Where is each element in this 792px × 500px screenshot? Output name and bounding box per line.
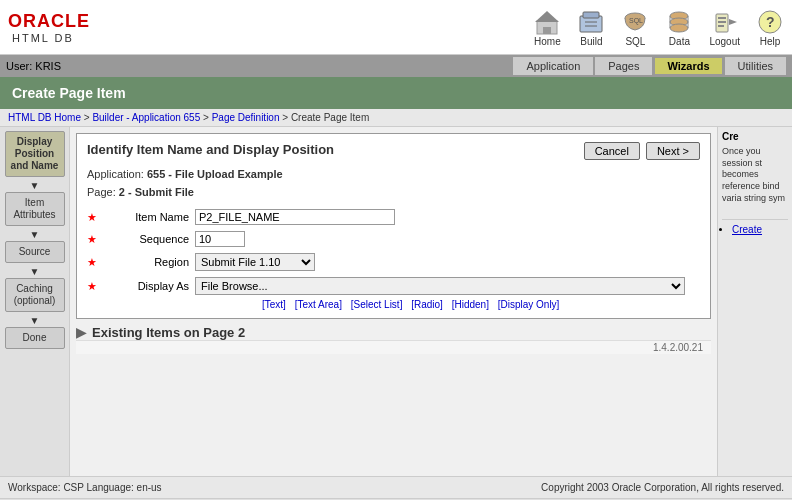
tab-utilities[interactable]: Utilities <box>725 57 786 75</box>
sidebar-arrow-2: ▼ <box>5 229 65 240</box>
display-as-container: ★ Display As File Browse... Text Text Ar… <box>87 277 700 310</box>
link-radio[interactable]: [Radio] <box>411 299 443 310</box>
sidebar-item-source[interactable]: Source <box>5 241 65 263</box>
cancel-button[interactable]: Cancel <box>584 142 640 160</box>
page-title-bar: Create Page Item <box>0 77 792 109</box>
region-required: ★ <box>87 256 97 269</box>
home-icon <box>533 8 561 36</box>
item-name-row: ★ Item Name <box>87 209 700 225</box>
version-text: 1.4.2.00.21 <box>653 342 703 353</box>
breadcrumb-page-def[interactable]: Page Definition <box>212 112 280 123</box>
display-as-row: ★ Display As File Browse... Text Text Ar… <box>87 277 700 295</box>
svg-rect-17 <box>718 25 724 27</box>
data-nav[interactable]: Data <box>665 8 693 47</box>
sidebar-arrow-3: ▼ <box>5 266 65 277</box>
sequence-required: ★ <box>87 233 97 246</box>
button-row: Identify Item Name and Display Position … <box>87 142 700 160</box>
right-panel-help: Once you session st becomes reference bi… <box>722 146 788 204</box>
svg-text:SQL: SQL <box>629 17 643 25</box>
help-label: Help <box>760 36 781 47</box>
breadcrumb-builder[interactable]: Builder - Application 655 <box>92 112 200 123</box>
help-icon: ? <box>756 8 784 36</box>
application-value: 655 - File Upload Example <box>147 168 283 180</box>
svg-point-11 <box>670 24 688 32</box>
data-icon <box>665 8 693 36</box>
display-as-select[interactable]: File Browse... Text Text Area Select Lis… <box>195 277 685 295</box>
htmldb-logo-text: HTML DB <box>12 32 74 44</box>
svg-rect-16 <box>718 21 726 23</box>
logout-label: Logout <box>709 36 740 47</box>
page-label-text: Page: <box>87 186 116 198</box>
item-name-label: Item Name <box>99 211 189 223</box>
sidebar-item-display-position[interactable]: Display Position and Name <box>5 131 65 177</box>
page-title: Create Page Item <box>12 85 126 101</box>
create-link[interactable]: Create <box>732 224 762 235</box>
footer-copyright: Copyright 2003 Oracle Corporation, All r… <box>541 482 784 493</box>
link-displayonly[interactable]: [Display Only] <box>498 299 560 310</box>
build-nav[interactable]: Build <box>577 8 605 47</box>
home-label: Home <box>534 36 561 47</box>
region-select[interactable]: Submit File 1.10 <box>195 253 315 271</box>
svg-text:?: ? <box>766 14 775 30</box>
application-label: Application: <box>87 168 144 180</box>
form-box: Identify Item Name and Display Position … <box>76 133 711 319</box>
tab-pages[interactable]: Pages <box>595 57 652 75</box>
sidebar: Display Position and Name ▼ Item Attribu… <box>0 127 70 476</box>
build-label: Build <box>580 36 602 47</box>
sidebar-item-attributes[interactable]: Item Attributes <box>5 192 65 226</box>
sql-icon: SQL <box>621 8 649 36</box>
logo: ORACLE HTML DB <box>8 11 90 44</box>
tab-bar: Application Pages Wizards Utilities <box>513 57 786 75</box>
build-icon <box>577 8 605 36</box>
nav-icons: Home Build SQL SQL Data Logout <box>533 8 784 47</box>
sidebar-arrow-1: ▼ <box>5 180 65 191</box>
sequence-input[interactable] <box>195 231 245 247</box>
help-nav[interactable]: ? Help <box>756 8 784 47</box>
link-textarea[interactable]: [Text Area] <box>295 299 342 310</box>
svg-marker-18 <box>729 19 737 25</box>
form-title: Identify Item Name and Display Position <box>87 142 578 160</box>
breadcrumb-home[interactable]: HTML DB Home <box>8 112 81 123</box>
existing-items-label: Existing Items on Page 2 <box>92 325 245 340</box>
tab-wizards[interactable]: Wizards <box>654 57 722 75</box>
region-row: ★ Region Submit File 1.10 <box>87 253 700 271</box>
right-panel: Cre Once you session st becomes referenc… <box>717 127 792 476</box>
sidebar-arrow-4: ▼ <box>5 315 65 326</box>
existing-items: ▶ Existing Items on Page 2 <box>76 325 711 340</box>
sidebar-item-done[interactable]: Done <box>5 327 65 349</box>
footer: Workspace: CSP Language: en-us Copyright… <box>0 476 792 498</box>
svg-rect-4 <box>583 12 599 18</box>
header: ORACLE HTML DB Home Build SQL SQL Data <box>0 0 792 55</box>
footer-workspace: Workspace: CSP Language: en-us <box>8 482 162 493</box>
tab-application[interactable]: Application <box>513 57 593 75</box>
home-nav[interactable]: Home <box>533 8 561 47</box>
region-label: Region <box>99 256 189 268</box>
display-as-label: Display As <box>99 280 189 292</box>
logout-icon <box>711 8 739 36</box>
svg-rect-15 <box>718 17 726 19</box>
link-hidden[interactable]: [Hidden] <box>452 299 489 310</box>
user-info: User: KRIS <box>6 60 61 72</box>
sql-nav[interactable]: SQL SQL <box>621 8 649 47</box>
item-name-input[interactable] <box>195 209 395 225</box>
data-label: Data <box>669 36 690 47</box>
oracle-logo-text: ORACLE <box>8 11 90 32</box>
display-type-links: [Text] [Text Area] [Select List] [Radio]… <box>262 299 700 310</box>
link-text[interactable]: [Text] <box>262 299 286 310</box>
sequence-row: ★ Sequence <box>87 231 700 247</box>
form-info: Application: 655 - File Upload Example P… <box>87 166 700 201</box>
version-bar: 1.4.2.00.21 <box>76 340 711 354</box>
next-button[interactable]: Next > <box>646 142 700 160</box>
right-panel-title: Cre <box>722 131 788 142</box>
breadcrumb-current: Create Page Item <box>291 112 369 123</box>
sql-label: SQL <box>625 36 645 47</box>
logout-nav[interactable]: Logout <box>709 8 740 47</box>
link-selectlist[interactable]: [Select List] <box>351 299 403 310</box>
sidebar-item-caching[interactable]: Caching (optional) <box>5 278 65 312</box>
top-nav: User: KRIS Application Pages Wizards Uti… <box>0 55 792 77</box>
breadcrumb: HTML DB Home > Builder - Application 655… <box>0 109 792 127</box>
sequence-label: Sequence <box>99 233 189 245</box>
svg-marker-1 <box>535 11 559 22</box>
display-as-required: ★ <box>87 280 97 293</box>
page-value: 2 - Submit File <box>119 186 194 198</box>
